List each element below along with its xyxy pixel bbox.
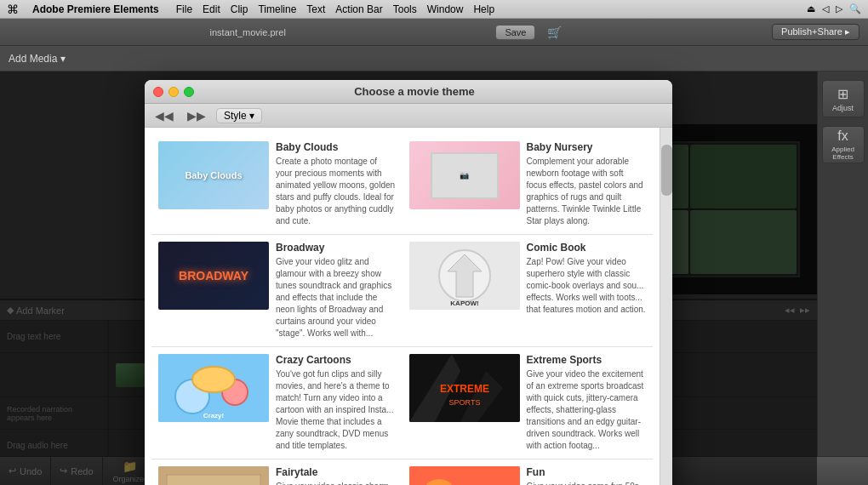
modal-overlay: Choose a movie theme ◀◀ ▶▶ Style ▾ (0, 71, 817, 485)
close-button[interactable] (153, 87, 163, 97)
theme-info-extreme-sports: Extreme Sports Give your video the excit… (527, 354, 647, 452)
menu-clip[interactable]: Clip (231, 3, 248, 15)
main-area: ◆ Add Marker ◂◂ ▸▸ Drag text here (0, 71, 868, 485)
effects-icon: fx (837, 128, 848, 144)
theme-desc-fairytale: Give your video classic charm with a sto… (276, 481, 396, 485)
theme-item-comic-book[interactable]: KAPOW! Comic Book Zap! Pow! Give your vi… (403, 235, 654, 347)
apple-menu[interactable]: ⌘ (7, 3, 19, 16)
theme-desc-extreme-sports: Give your video the excitement of an ext… (527, 368, 647, 452)
theme-desc-comic-book: Zap! Pow! Give your video superhero styl… (527, 256, 647, 316)
maximize-button[interactable] (184, 87, 194, 97)
themes-grid: Baby Clouds Baby Clouds Create a photo m… (151, 134, 653, 485)
cart-icon: 🛒 (547, 26, 562, 39)
theme-name-baby-clouds: Baby Clouds (276, 141, 396, 153)
theme-info-broadway: Broadway Give your video glitz and glamo… (276, 242, 396, 340)
add-media-label: Add Media ▾ (9, 53, 66, 65)
filename-display: instant_movie.prel (210, 27, 286, 37)
second-toolbar: Add Media ▾ (0, 46, 868, 71)
themes-scroll-wrapper: Baby Clouds Baby Clouds Create a photo m… (145, 128, 672, 485)
back-icon: ◁ (822, 3, 829, 14)
menu-file[interactable]: File (176, 3, 192, 15)
modal-titlebar: Choose a movie theme (145, 80, 672, 104)
svg-text:Crazy!: Crazy! (203, 412, 224, 419)
theme-name-fun: Fun (527, 466, 647, 478)
theme-info-baby-nursery: Baby Nursery Complement your adorable ne… (527, 141, 647, 227)
theme-thumb-extreme-sports: EXTREME SPORTS (409, 354, 520, 422)
adjust-label: Adjust (832, 104, 854, 112)
svg-text:KAPOW!: KAPOW! (450, 300, 478, 307)
theme-info-baby-clouds: Baby Clouds Create a photo montage of yo… (276, 141, 396, 227)
theme-name-baby-nursery: Baby Nursery (527, 141, 647, 153)
left-panel: ◆ Add Marker ◂◂ ▸▸ Drag text here (0, 71, 817, 485)
theme-info-fun: Fun Give your video some fun 50s style w… (527, 466, 647, 485)
theme-item-fairytale[interactable]: Once Upon a Time... Fairytale Give your … (151, 459, 403, 485)
scrollbar-thumb[interactable] (661, 145, 672, 196)
right-panel: ⊞ Adjust fx Applied Effects (817, 71, 868, 485)
menu-edit[interactable]: Edit (203, 3, 220, 15)
eject-icon: ⏏ (807, 3, 815, 14)
app-body: instant_movie.prel Save 🛒 Publish+Share … (0, 19, 868, 485)
theme-thumb-fairytale: Once Upon a Time... (158, 466, 269, 485)
modal-scrollbar[interactable] (660, 128, 672, 485)
svg-point-7 (192, 367, 235, 392)
adjust-button[interactable]: ⊞ Adjust (822, 80, 865, 117)
theme-name-broadway: Broadway (276, 242, 396, 254)
svg-text:SPORTS: SPORTS (448, 398, 480, 407)
theme-thumb-fun: FUN! (409, 466, 520, 485)
theme-name-comic-book: Comic Book (527, 242, 647, 254)
theme-name-crazy-cartoons: Crazy Cartoons (276, 354, 396, 366)
theme-name-fairytale: Fairytale (276, 466, 396, 478)
theme-thumb-broadway: BROADWAY (158, 242, 269, 310)
theme-desc-broadway: Give your video glitz and glamour with a… (276, 256, 396, 340)
menu-text[interactable]: Text (306, 3, 325, 15)
style-label: Style ▾ (224, 110, 254, 122)
theme-item-baby-nursery[interactable]: 📷 Baby Nursery Complement your adorable … (403, 134, 654, 235)
theme-item-extreme-sports[interactable]: EXTREME SPORTS Extreme Sports Give your … (403, 347, 654, 459)
theme-desc-fun: Give your video some fun 50s style with … (527, 481, 647, 485)
nav-back-button[interactable]: ◀◀ (151, 109, 177, 123)
menubar-right: ⏏ ◁ ▷ 🔍 (807, 3, 861, 14)
theme-thumb-comic-book: KAPOW! (409, 242, 520, 310)
style-dropdown[interactable]: Style ▾ (216, 108, 262, 123)
theme-info-fairytale: Fairytale Give your video classic charm … (276, 466, 396, 485)
theme-desc-crazy-cartoons: You've got fun clips and silly movies, a… (276, 368, 396, 452)
menu-tools[interactable]: Tools (393, 3, 417, 15)
minimize-button[interactable] (168, 87, 179, 97)
theme-name-extreme-sports: Extreme Sports (527, 354, 647, 366)
theme-chooser-modal: Choose a movie theme ◀◀ ▶▶ Style ▾ (145, 80, 672, 485)
svg-text:EXTREME: EXTREME (439, 383, 488, 395)
theme-item-fun[interactable]: FUN! Fun Give your video some fun 50s st… (403, 459, 654, 485)
modal-toolbar: ◀◀ ▶▶ Style ▾ (145, 104, 672, 128)
forward-icon: ▷ (836, 3, 842, 14)
add-media-button[interactable]: Add Media ▾ (9, 53, 66, 65)
effects-button[interactable]: fx Applied Effects (822, 126, 865, 163)
svg-rect-18 (409, 466, 520, 485)
themes-container: Baby Clouds Baby Clouds Create a photo m… (145, 128, 660, 485)
app-name: Adobe Premiere Elements (32, 3, 159, 15)
theme-item-crazy-cartoons[interactable]: Crazy! Crazy Cartoons You've got fun cli… (151, 347, 403, 459)
theme-item-baby-clouds[interactable]: Baby Clouds Baby Clouds Create a photo m… (151, 134, 403, 235)
top-toolbar: instant_movie.prel Save 🛒 Publish+Share … (0, 19, 868, 46)
theme-thumb-crazy-cartoons: Crazy! (158, 354, 269, 422)
adjust-icon: ⊞ (837, 86, 848, 102)
theme-desc-baby-clouds: Create a photo montage of your precious … (276, 156, 396, 227)
menu-help[interactable]: Help (473, 3, 494, 15)
save-button[interactable]: Save (495, 25, 535, 40)
search-icon: 🔍 (849, 3, 861, 14)
theme-info-crazy-cartoons: Crazy Cartoons You've got fun clips and … (276, 354, 396, 452)
theme-desc-baby-nursery: Complement your adorable newborn footage… (527, 156, 647, 227)
menu-timeline[interactable]: Timeline (258, 3, 296, 15)
publish-share-button[interactable]: Publish+Share ▸ (772, 24, 859, 40)
menu-action-bar[interactable]: Action Bar (335, 3, 382, 15)
theme-thumb-baby-nursery: 📷 (409, 141, 520, 209)
menubar: ⌘ Adobe Premiere Elements File Edit Clip… (0, 0, 868, 19)
modal-title: Choose a movie theme (199, 85, 630, 98)
svg-rect-15 (167, 475, 260, 485)
theme-thumb-baby-clouds: Baby Clouds (158, 141, 269, 209)
theme-info-comic-book: Comic Book Zap! Pow! Give your video sup… (527, 242, 647, 340)
theme-item-broadway[interactable]: BROADWAY Broadway Give your video glitz … (151, 235, 403, 347)
nav-forward-button[interactable]: ▶▶ (184, 109, 209, 123)
effects-label: Applied Effects (823, 146, 864, 161)
menu-window[interactable]: Window (427, 3, 464, 15)
